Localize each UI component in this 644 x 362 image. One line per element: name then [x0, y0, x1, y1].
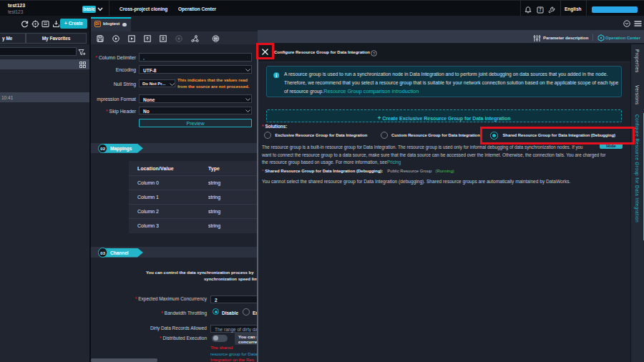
- svg-text:7: 7: [539, 7, 542, 12]
- svg-text:?: ?: [373, 51, 375, 55]
